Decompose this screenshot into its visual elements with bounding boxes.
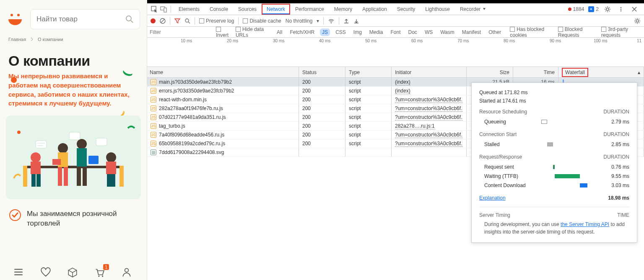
tab-recorder[interactable]: Recorder [455,3,491,15]
tab-network[interactable]: Network [262,4,290,15]
ftab-media[interactable]: Media [367,28,385,36]
search-input[interactable] [36,15,125,23]
server-timing-note: During development, you can use the Serv… [479,221,629,236]
ftab-manifest[interactable]: Manifest [460,28,483,36]
gear-icon[interactable] [603,5,612,14]
tab-security[interactable]: Security [392,3,420,15]
ftab-doc[interactable]: Doc [406,28,419,36]
table-header: Name Status Type Initiator Size Time Wat… [147,67,644,78]
svg-rect-13 [58,167,62,186]
upload-icon[interactable] [343,18,349,24]
cart-badge: 1 [103,264,109,270]
ftab-other[interactable]: Other [486,28,503,36]
ftab-all[interactable]: All [275,28,284,36]
svg-rect-16 [77,148,87,167]
heart-icon[interactable] [40,267,53,277]
user-icon[interactable] [121,267,134,277]
device-icon[interactable] [159,5,168,14]
chevron-right-icon [30,38,34,41]
invert-checkbox[interactable]: Invert [216,26,232,38]
tab-lighthouse[interactable]: Lighthouse [420,3,455,15]
svg-rect-22 [36,141,47,148]
feature-text: Мы занимаемся розничной торговлей [27,209,138,229]
svg-rect-4 [27,166,119,168]
tab-performance[interactable]: Performance [290,3,329,15]
svg-rect-27 [88,156,99,164]
svg-point-36 [125,268,128,272]
message-count[interactable]: ✦2 [588,6,599,12]
error-count[interactable]: 1884 [568,6,584,12]
col-time[interactable]: Time [513,67,558,77]
explanation-link[interactable]: Explanation [479,195,506,201]
blocked-requests-checkbox[interactable]: Blocked Requests [558,26,598,38]
tab-application[interactable]: Application [357,3,392,15]
svg-point-15 [77,139,87,149]
tab-console[interactable]: Console [205,3,233,15]
bottom-nav: 1 [0,266,147,280]
clear-icon[interactable] [160,18,166,24]
kebab-icon[interactable] [616,5,626,14]
ftab-wasm[interactable]: Wasm [438,28,457,36]
site-logo [6,10,24,28]
throttling-select[interactable]: No throttling [286,18,313,24]
svg-point-0 [10,14,13,16]
menu-icon[interactable] [13,267,26,277]
col-status[interactable]: Status [299,67,345,77]
search-icon[interactable] [184,18,190,24]
svg-point-7 [31,152,41,162]
col-initiator[interactable]: Initiator [392,67,467,77]
queueing-row: Queueing2.79 ms [479,117,629,126]
timing-popup: Queued at 171.82 ms Started at 174.61 ms… [471,82,637,243]
cart-icon[interactable]: 1 [94,267,106,277]
breadcrumb-home[interactable]: Главная [8,37,26,42]
ttfb-row: Waiting (TTFB)9.55 ms [479,172,629,181]
devtools-tabs: Elements Console Sources Network Perform… [147,3,644,15]
col-type[interactable]: Type [345,67,392,77]
svg-point-11 [58,143,68,153]
col-size[interactable]: Size [467,67,513,77]
svg-point-2 [126,16,131,21]
svg-point-19 [106,152,116,162]
ftab-ws[interactable]: WS [423,28,435,36]
filter-bar: Invert Hide data URLs All Fetch/XHR JS C… [147,27,644,38]
record-button[interactable] [151,18,156,23]
tab-elements[interactable]: Elements [174,3,205,15]
ftab-font[interactable]: Font [389,28,403,36]
disable-cache-checkbox[interactable]: Disable cache [243,18,281,24]
ftab-img[interactable]: Img [351,28,364,36]
svg-point-41 [621,7,622,8]
download-row: Content Download3.03 ms [479,181,629,190]
gear-icon[interactable] [634,18,641,24]
svg-rect-39 [164,8,166,12]
preserve-log-checkbox[interactable]: Preserve log [199,18,234,24]
queued-at: Queued at 171.82 ms [479,90,629,95]
tab-memory[interactable]: Memory [329,3,357,15]
hide-urls-checkbox[interactable]: Hide data URLs [236,26,271,38]
inspect-icon[interactable] [150,5,159,14]
third-party-checkbox[interactable]: 3rd-party requests [601,26,641,38]
svg-rect-26 [96,138,107,146]
ftab-js[interactable]: JS [320,28,330,36]
timeline[interactable]: 10 ms 20 ms 30 ms 40 ms 50 ms 60 ms 70 m… [147,38,644,67]
tab-sources[interactable]: Sources [233,3,262,15]
wifi-icon[interactable] [328,18,335,24]
search-box[interactable] [30,9,140,29]
download-icon[interactable] [353,18,359,24]
close-icon[interactable] [630,5,639,14]
col-waterfall[interactable]: Waterfall▴ [558,67,644,77]
breadcrumb-current: О компании [38,37,63,42]
sent-row: Request sent0.76 ms [479,162,629,172]
ftab-fetch[interactable]: Fetch/XHR [288,28,317,36]
svg-point-34 [99,275,100,277]
filter-icon[interactable] [174,18,180,24]
box-icon[interactable] [67,267,80,277]
col-name[interactable]: Name [147,67,299,77]
throttle-chevron-icon[interactable]: ▾ [317,18,319,24]
svg-point-48 [331,23,332,23]
server-timing-link[interactable]: the Server Timing API [561,221,609,227]
blocked-cookies-checkbox[interactable]: Has blocked cookies [510,26,555,38]
ftab-css[interactable]: CSS [333,28,348,36]
svg-rect-25 [69,132,80,140]
search-icon[interactable] [125,15,134,23]
filter-input[interactable] [150,29,213,35]
